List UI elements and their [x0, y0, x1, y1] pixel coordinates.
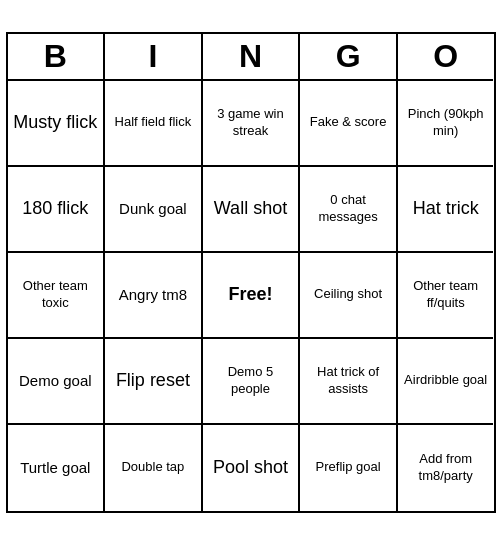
bingo-cell-2-1[interactable]: Angry tm8	[105, 253, 203, 339]
bingo-cell-1-4[interactable]: Hat trick	[398, 167, 494, 253]
bingo-grid: Musty flickHalf field flick3 game win st…	[8, 81, 494, 511]
header-letter-i: I	[105, 34, 203, 81]
header-letter-n: N	[203, 34, 301, 81]
bingo-row-2: Other team toxicAngry tm8Free!Ceiling sh…	[8, 253, 494, 339]
bingo-cell-4-3[interactable]: Preflip goal	[300, 425, 398, 511]
bingo-cell-2-3[interactable]: Ceiling shot	[300, 253, 398, 339]
bingo-cell-0-0[interactable]: Musty flick	[8, 81, 106, 167]
bingo-cell-0-1[interactable]: Half field flick	[105, 81, 203, 167]
header-letter-b: B	[8, 34, 106, 81]
bingo-cell-3-4[interactable]: Airdribble goal	[398, 339, 494, 425]
bingo-cell-4-2[interactable]: Pool shot	[203, 425, 301, 511]
bingo-row-1: 180 flickDunk goalWall shot0 chat messag…	[8, 167, 494, 253]
bingo-cell-1-3[interactable]: 0 chat messages	[300, 167, 398, 253]
bingo-row-4: Turtle goalDouble tapPool shotPreflip go…	[8, 425, 494, 511]
bingo-cell-1-1[interactable]: Dunk goal	[105, 167, 203, 253]
bingo-cell-2-0[interactable]: Other team toxic	[8, 253, 106, 339]
bingo-cell-0-3[interactable]: Fake & score	[300, 81, 398, 167]
bingo-row-0: Musty flickHalf field flick3 game win st…	[8, 81, 494, 167]
bingo-cell-4-4[interactable]: Add from tm8/party	[398, 425, 494, 511]
bingo-row-3: Demo goalFlip resetDemo 5 peopleHat tric…	[8, 339, 494, 425]
bingo-cell-4-0[interactable]: Turtle goal	[8, 425, 106, 511]
bingo-cell-0-2[interactable]: 3 game win streak	[203, 81, 301, 167]
bingo-cell-2-2[interactable]: Free!	[203, 253, 301, 339]
header-letter-o: O	[398, 34, 494, 81]
bingo-cell-1-0[interactable]: 180 flick	[8, 167, 106, 253]
bingo-cell-0-4[interactable]: Pinch (90kph min)	[398, 81, 494, 167]
bingo-cell-4-1[interactable]: Double tap	[105, 425, 203, 511]
bingo-header: BINGO	[8, 34, 494, 81]
bingo-cell-3-3[interactable]: Hat trick of assists	[300, 339, 398, 425]
header-letter-g: G	[300, 34, 398, 81]
bingo-cell-3-1[interactable]: Flip reset	[105, 339, 203, 425]
bingo-cell-2-4[interactable]: Other team ff/quits	[398, 253, 494, 339]
bingo-cell-3-0[interactable]: Demo goal	[8, 339, 106, 425]
bingo-cell-3-2[interactable]: Demo 5 people	[203, 339, 301, 425]
bingo-card: BINGO Musty flickHalf field flick3 game …	[6, 32, 496, 513]
bingo-cell-1-2[interactable]: Wall shot	[203, 167, 301, 253]
